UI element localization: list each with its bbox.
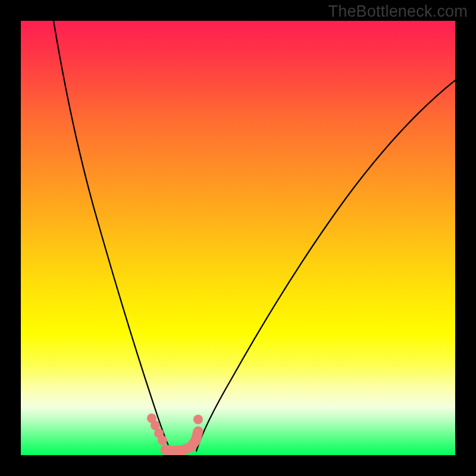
valley-marker-stroke: [165, 431, 198, 451]
left-curve: [54, 21, 171, 451]
watermark-text: TheBottleneck.com: [328, 2, 468, 21]
plot-area: [21, 21, 455, 455]
curves-svg: [21, 21, 455, 455]
marker-dot: [158, 436, 167, 445]
right-curve: [196, 80, 455, 451]
chart-frame: TheBottleneck.com: [0, 0, 476, 476]
marker-dot: [193, 415, 203, 424]
